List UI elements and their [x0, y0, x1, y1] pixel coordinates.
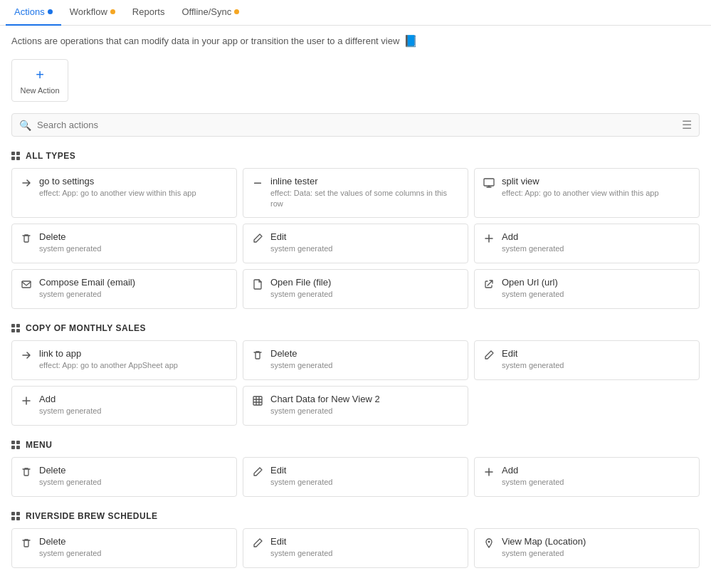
- section-header-copy-monthly-sales: Copy of monthly sales: [11, 323, 700, 333]
- pencil-icon-edit-4: [252, 537, 263, 552]
- action-card-delete-2[interactable]: Deletesystem generated: [243, 340, 468, 380]
- action-title-view-map: View Map (Location): [502, 536, 586, 547]
- action-card-link-to-app[interactable]: link to appeffect: App: go to another Ap…: [11, 340, 237, 380]
- action-title-split-view: split view: [502, 176, 659, 187]
- action-subtitle-compose-email: system generated: [39, 289, 135, 300]
- action-card-split-view[interactable]: split vieweffect: App: go to another vie…: [474, 168, 700, 218]
- action-subtitle-edit-3: system generated: [270, 477, 332, 488]
- action-subtitle-delete-2: system generated: [270, 360, 332, 371]
- search-icon: 🔍: [19, 120, 31, 131]
- grid-icon-menu: [11, 441, 20, 449]
- grid-icon-riverside-brew: [11, 512, 20, 520]
- plus-icon-add-2: [21, 395, 32, 409]
- action-title-delete-4: Delete: [39, 536, 101, 547]
- action-card-view-map[interactable]: View Map (Location)system generated: [474, 528, 700, 568]
- actions-grid-copy-monthly-sales: link to appeffect: App: go to another Ap…: [11, 340, 700, 426]
- action-card-open-url[interactable]: Open Url (url)system generated: [474, 269, 700, 309]
- section-header-menu: Menu: [11, 440, 700, 450]
- action-subtitle-add-3: system generated: [502, 477, 564, 488]
- new-action-button[interactable]: + New Action: [11, 59, 68, 102]
- action-card-inline-tester[interactable]: inline testereffect: Data: set the value…: [243, 168, 468, 218]
- plus-icon-add-3: [483, 466, 495, 481]
- description-label: Actions are operations that can modify d…: [11, 36, 399, 46]
- tab-actions[interactable]: Actions: [6, 0, 61, 26]
- action-subtitle-open-url: system generated: [502, 289, 564, 300]
- action-title-delete-3: Delete: [39, 465, 101, 476]
- action-card-go-to-settings[interactable]: go to settingseffect: App: go to another…: [11, 168, 237, 218]
- action-title-go-to-settings: go to settings: [39, 176, 196, 187]
- action-title-edit-2: Edit: [502, 348, 564, 359]
- trash-icon-delete-2: [252, 350, 263, 364]
- actions-grid-all-types: go to settingseffect: App: go to another…: [11, 168, 700, 309]
- action-card-compose-email[interactable]: Compose Email (email)system generated: [11, 269, 237, 309]
- action-card-add-1[interactable]: Addsystem generated: [474, 224, 700, 263]
- new-action-plus-icon: +: [36, 67, 44, 83]
- action-title-compose-email: Compose Email (email): [39, 277, 135, 288]
- action-card-add-3[interactable]: Addsystem generated: [474, 457, 700, 497]
- action-title-open-file: Open File (file): [270, 277, 332, 288]
- action-title-inline-tester: inline tester: [270, 176, 459, 187]
- minus-icon-inline-tester: [252, 177, 263, 191]
- sections-container: ALL TYPESgo to settingseffect: App: go t…: [11, 151, 700, 568]
- action-subtitle-chart-data: system generated: [270, 406, 380, 416]
- trash-icon-delete-4: [21, 537, 32, 552]
- action-card-chart-data[interactable]: Chart Data for New View 2system generate…: [243, 386, 468, 426]
- arrow-icon-go-to-settings: [21, 177, 32, 191]
- action-title-edit-1: Edit: [270, 231, 332, 242]
- action-subtitle-split-view: effect: App: go to another view within t…: [502, 188, 659, 199]
- action-subtitle-edit-4: system generated: [270, 548, 332, 559]
- action-subtitle-edit-2: system generated: [502, 360, 564, 371]
- action-card-edit-2[interactable]: Editsystem generated: [474, 340, 700, 380]
- action-card-delete-1[interactable]: Deletesystem generated: [11, 224, 237, 263]
- action-card-add-2[interactable]: Addsystem generated: [11, 386, 237, 426]
- action-title-edit-3: Edit: [270, 465, 332, 476]
- action-subtitle-link-to-app: effect: App: go to another AppSheet app: [39, 360, 178, 371]
- section-label-riverside-brew: Riverside Brew Schedule: [26, 511, 158, 521]
- section-label-all-types: ALL TYPES: [26, 151, 75, 161]
- actions-grid-riverside-brew: Deletesystem generatedEditsystem generat…: [11, 528, 700, 568]
- description-text: Actions are operations that can modify d…: [11, 34, 700, 48]
- tab-offline-sync[interactable]: Offline/Sync: [173, 0, 248, 26]
- section-riverside-brew: Riverside Brew ScheduleDeletesystem gene…: [11, 511, 700, 568]
- pencil-icon-edit-3: [252, 466, 263, 481]
- tab-reports[interactable]: Reports: [124, 0, 174, 26]
- tab-workflow[interactable]: Workflow: [61, 0, 124, 26]
- action-card-edit-3[interactable]: Editsystem generated: [243, 457, 468, 497]
- search-bar: 🔍 ☰: [11, 113, 700, 137]
- main-content: Actions are operations that can modify d…: [0, 26, 711, 588]
- plus-icon-add-1: [483, 233, 495, 247]
- section-header-riverside-brew: Riverside Brew Schedule: [11, 511, 700, 521]
- action-card-delete-3[interactable]: Deletesystem generated: [11, 457, 237, 497]
- tab-dot-offline-sync: [234, 9, 239, 14]
- action-title-open-url: Open Url (url): [502, 277, 564, 288]
- action-subtitle-inline-tester: effect: Data: set the values of some col…: [270, 188, 459, 210]
- action-card-edit-1[interactable]: Editsystem generated: [243, 224, 468, 263]
- action-title-edit-4: Edit: [270, 536, 332, 547]
- envelope-icon-compose-email: [21, 278, 32, 293]
- tab-dot-workflow: [110, 9, 115, 14]
- help-icon[interactable]: 📘: [404, 34, 418, 48]
- trash-icon-delete-3: [21, 466, 32, 481]
- action-subtitle-edit-1: system generated: [270, 243, 332, 254]
- search-input[interactable]: [37, 120, 676, 130]
- new-action-label: New Action: [20, 86, 59, 95]
- arrow-icon-link-to-app: [21, 350, 32, 364]
- action-subtitle-view-map: system generated: [502, 548, 586, 559]
- filter-icon[interactable]: ☰: [682, 118, 692, 132]
- section-all-types: ALL TYPESgo to settingseffect: App: go t…: [11, 151, 700, 309]
- grid-icon-all-types: [11, 152, 20, 160]
- svg-rect-0: [254, 183, 261, 184]
- section-header-all-types: ALL TYPES: [11, 151, 700, 161]
- action-card-delete-4[interactable]: Deletesystem generated: [11, 528, 237, 568]
- action-subtitle-add-2: system generated: [39, 406, 101, 416]
- action-card-open-file[interactable]: Open File (file)system generated: [243, 269, 468, 309]
- action-card-edit-4[interactable]: Editsystem generated: [243, 528, 468, 568]
- svg-point-4: [488, 540, 490, 542]
- grid-icon-copy-monthly-sales: [11, 324, 20, 332]
- external-link-icon-open-url: [483, 278, 495, 293]
- action-subtitle-delete-1: system generated: [39, 243, 101, 254]
- tab-dot-actions: [48, 9, 53, 14]
- table-icon-chart-data: [252, 395, 263, 409]
- svg-rect-2: [22, 281, 31, 288]
- action-subtitle-add-1: system generated: [502, 243, 564, 254]
